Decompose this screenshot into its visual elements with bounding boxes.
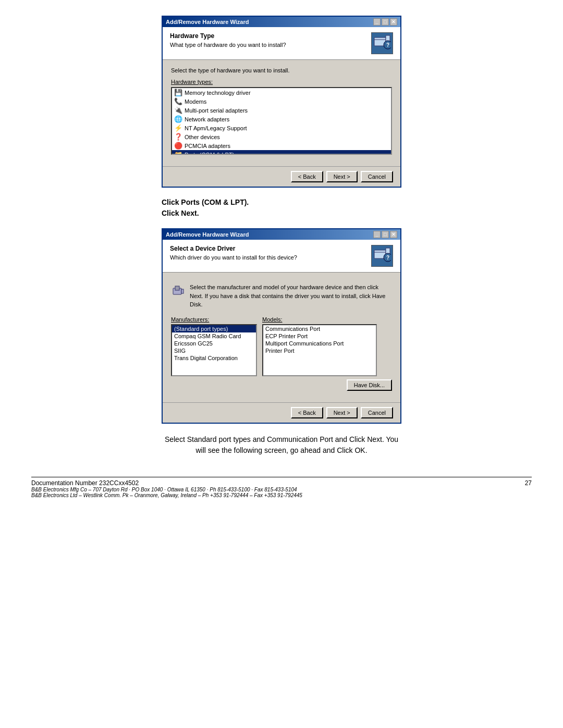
list-item-icon: 🌐 xyxy=(174,115,182,123)
wizard2-subheading: Which driver do you want to install for … xyxy=(170,254,297,261)
models-listbox[interactable]: Communications PortECP Printer PortMulti… xyxy=(262,324,377,376)
wizard2-dialog: Add/Remove Hardware Wizard _ □ ✕ Select … xyxy=(162,228,401,424)
model-item[interactable]: ECP Printer Port xyxy=(263,332,376,340)
wizard1-cancel-button[interactable]: Cancel xyxy=(361,171,393,182)
model-item[interactable]: Multiport Communications Port xyxy=(263,340,376,347)
list-item-label: Multi-port serial adapters xyxy=(185,107,248,114)
list-item[interactable]: 📁Ports (COM & LPT) xyxy=(172,150,391,155)
wizard1-content: Select the type of hardware you want to … xyxy=(163,60,400,162)
wizard2-content: Select the manufacturer and model of you… xyxy=(163,273,400,398)
wizard2-icon: ? xyxy=(371,245,393,267)
wizard1-title: Add/Remove Hardware Wizard xyxy=(166,19,249,25)
model-label: ECP Printer Port xyxy=(265,333,308,339)
close-button[interactable]: ✕ xyxy=(390,18,397,26)
wizard2-heading: Select a Device Driver xyxy=(170,245,297,252)
list-item-label: PCMCIA adapters xyxy=(185,143,230,149)
svg-rect-11 xyxy=(175,286,179,290)
maximize-button[interactable]: □ xyxy=(382,18,389,26)
wizard1-footer: < Back Next > Cancel xyxy=(163,166,400,187)
manufacturers-models: Manufacturers: (Standard port types)Comp… xyxy=(171,316,392,376)
wizard2-title: Add/Remove Hardware Wizard xyxy=(166,231,249,238)
manufacturers-section: Manufacturers: (Standard port types)Comp… xyxy=(171,316,257,376)
models-label: Models: xyxy=(262,316,377,323)
wizard2-maximize-button[interactable]: □ xyxy=(382,231,389,238)
list-item-icon: 💾 xyxy=(174,89,182,96)
list-item-label: Other devices xyxy=(185,134,220,140)
wizard2-cancel-button[interactable]: Cancel xyxy=(361,407,393,418)
wizard2-back-button[interactable]: < Back xyxy=(291,407,323,418)
hardware-list-label: Hardware types: xyxy=(171,79,392,85)
wizard1-prompt: Select the type of hardware you want to … xyxy=(171,67,392,73)
wizard1-back-button[interactable]: < Back xyxy=(291,171,323,182)
wizard1-header-text: Hardware Type What type of hardware do y… xyxy=(170,32,286,48)
wizard2-titlebar: Add/Remove Hardware Wizard _ □ ✕ xyxy=(163,229,400,240)
list-item[interactable]: 🔴PCMCIA adapters xyxy=(172,141,391,150)
instruction1-line2: Click Next. xyxy=(162,208,401,219)
list-item[interactable]: 📞Modems xyxy=(172,97,391,106)
footer-line3: B&B Electronics Ltd – Westlink Comm. Pk … xyxy=(31,492,532,498)
wizard2-header-text: Select a Device Driver Which driver do y… xyxy=(170,245,297,261)
instruction2: Select Standard port types and Communica… xyxy=(162,434,401,456)
list-item[interactable]: 🔌Multi-port serial adapters xyxy=(172,106,391,115)
list-item-icon: 🔴 xyxy=(174,142,182,150)
wizard1-subheading: What type of hardware do you want to ins… xyxy=(170,42,286,48)
list-item-icon: ⚡ xyxy=(174,124,182,132)
manufacturer-item[interactable]: Trans Digital Corporation xyxy=(172,354,256,362)
list-item-icon: ❓ xyxy=(174,133,182,141)
have-disk-row: Have Disk... xyxy=(171,376,392,391)
list-item[interactable]: 🌐Network adapters xyxy=(172,115,391,124)
doc-number: Documentation Number 232CCxx4502 xyxy=(31,479,139,487)
list-item[interactable]: ⚡NT Apm/Legacy Support xyxy=(172,124,391,132)
wizard2-header: Select a Device Driver Which driver do y… xyxy=(163,240,400,273)
footer-line1: Documentation Number 232CCxx4502 27 xyxy=(31,479,532,487)
list-item-label: Network adapters xyxy=(185,116,229,122)
svg-rect-12 xyxy=(181,289,183,293)
have-disk-button[interactable]: Have Disk... xyxy=(347,379,392,391)
manufacturer-label: SIIG xyxy=(174,348,186,354)
list-item-label: Memory technology driver xyxy=(185,90,251,96)
list-item[interactable]: ❓Other devices xyxy=(172,132,391,141)
list-item-icon: 📞 xyxy=(174,97,182,105)
wizard2-footer: < Back Next > Cancel xyxy=(163,402,400,423)
wizard2-minimize-button[interactable]: _ xyxy=(373,231,381,238)
model-label: Printer Port xyxy=(265,348,295,354)
wizard2-info-text: Select the manufacturer and model of you… xyxy=(190,283,392,309)
model-item[interactable]: Printer Port xyxy=(263,347,376,354)
manufacturer-item[interactable]: SIIG xyxy=(172,347,256,354)
list-item-label: NT Apm/Legacy Support xyxy=(185,125,247,131)
manufacturer-item[interactable]: Compaq GSM Radio Card xyxy=(172,332,256,340)
footer-line2: B&B Electronics Mfg Co – 707 Dayton Rd ·… xyxy=(31,487,532,492)
manufacturers-label: Manufacturers: xyxy=(171,316,257,323)
manufacturer-label: Compaq GSM Radio Card xyxy=(174,333,241,339)
model-label: Communications Port xyxy=(265,326,320,332)
manufacturer-label: (Standard port types) xyxy=(174,326,228,332)
wizard1-header: Hardware Type What type of hardware do y… xyxy=(163,27,400,60)
info-icon xyxy=(171,284,186,301)
manufacturer-item[interactable]: Ericsson GC25 xyxy=(172,340,256,347)
wizard2-close-button[interactable]: ✕ xyxy=(390,231,397,238)
model-item[interactable]: Communications Port xyxy=(263,325,376,332)
wizard2-body: Select a Device Driver Which driver do y… xyxy=(163,240,400,423)
wizard1-next-button[interactable]: Next > xyxy=(326,171,358,182)
model-label: Multiport Communications Port xyxy=(265,340,344,347)
page-content: Add/Remove Hardware Wizard _ □ ✕ Hardwar… xyxy=(31,16,532,498)
manufacturers-listbox[interactable]: (Standard port types)Compaq GSM Radio Ca… xyxy=(171,324,257,376)
wizard1-heading: Hardware Type xyxy=(170,32,286,40)
wizard1-body: Hardware Type What type of hardware do y… xyxy=(163,27,400,187)
manufacturer-item[interactable]: (Standard port types) xyxy=(172,325,256,332)
list-item[interactable]: 💾Memory technology driver xyxy=(172,88,391,97)
wizard1-titlebar: Add/Remove Hardware Wizard _ □ ✕ xyxy=(163,17,400,27)
hardware-listbox[interactable]: 💾Memory technology driver📞Modems🔌Multi-p… xyxy=(171,87,392,155)
page-number: 27 xyxy=(525,479,532,487)
instruction1-line1: Click Ports (COM & LPT). xyxy=(162,197,401,208)
wizard2-info-row: Select the manufacturer and model of you… xyxy=(171,280,392,312)
list-item-label: Ports (COM & LPT) xyxy=(185,152,234,155)
page-footer: Documentation Number 232CCxx4502 27 B&B … xyxy=(31,477,532,498)
wizard2-titlebar-controls: _ □ ✕ xyxy=(373,231,397,238)
wizard1-icon: ? xyxy=(371,32,393,54)
wizard1-dialog: Add/Remove Hardware Wizard _ □ ✕ Hardwar… xyxy=(162,16,401,188)
minimize-button[interactable]: _ xyxy=(373,18,381,26)
wizard2-next-button[interactable]: Next > xyxy=(326,407,358,418)
list-item-icon: 📁 xyxy=(174,151,182,155)
list-item-icon: 🔌 xyxy=(174,106,182,114)
